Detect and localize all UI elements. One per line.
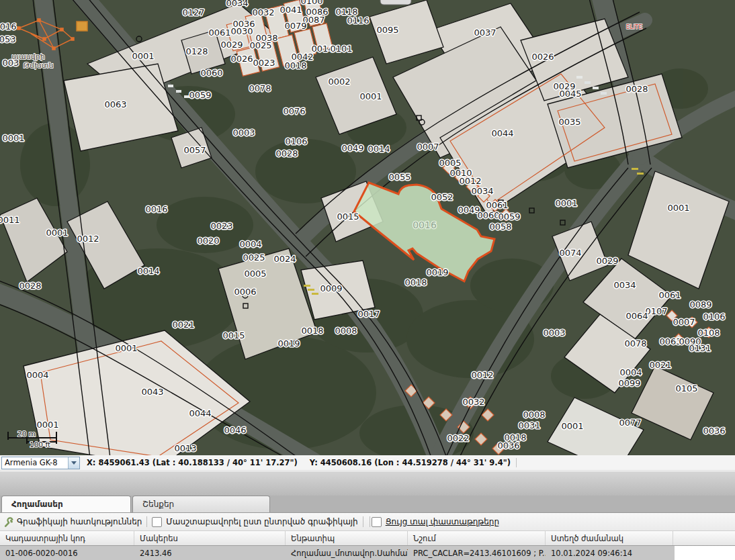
parcel-label: 0022 [447, 433, 469, 443]
table-cell: 2413.46 [134, 546, 286, 560]
parcel-label: 0016 [145, 204, 167, 214]
parcel-label: 0018 [284, 60, 306, 71]
bottom-tabs: ՀողամասերՇենքեր [0, 496, 735, 513]
parcel-label: 0030 [230, 26, 253, 36]
tab-parcels[interactable]: Հողամասեր [1, 496, 131, 512]
parcels-table: Կադաստրային կոդՄակերեսԵնթատիպՆշումՍտեղծ … [0, 531, 735, 560]
parcel-label: 0078 [624, 338, 646, 348]
parcel-label: 0035 [558, 117, 580, 127]
parcel-label: 0106 [285, 136, 307, 146]
parcel-label: 0057 [183, 145, 206, 155]
parcel-label: 0034 [471, 186, 493, 196]
parcel-label: 0018 [404, 277, 427, 287]
parcel-label: 0009 [320, 283, 342, 293]
parcel-label: 0058 [489, 222, 511, 232]
y-label: Y: [310, 458, 318, 467]
projection-select[interactable]: Armenia GK-8 [1, 457, 80, 469]
parcel-label: 0100 [300, 0, 322, 6]
table-row[interactable]: 01-006-0020-00162413.46Հողամաս_մոտավոր.Ս… [0, 546, 675, 560]
parcel-label: 0023 [253, 58, 275, 68]
parcel-label: 0061 [658, 290, 681, 300]
column-header[interactable]: Ենթատիպ [286, 531, 408, 545]
parcel-label: 0004 [239, 239, 261, 249]
wrench-icon [4, 517, 14, 527]
parcel-label: 0128 [185, 46, 208, 56]
column-header[interactable]: Մակերես [134, 531, 286, 545]
parcel-label: 0028 [19, 281, 41, 291]
graphics-properties-button[interactable]: Գրաֆիկայի հատկություններ [17, 517, 142, 526]
parcel-label: 0045 [559, 89, 581, 99]
parcel-label: 0001 [46, 228, 68, 238]
y-value: 4450608.16 (Lon : 44.519278 / 44° 31' 9.… [320, 458, 511, 467]
parcel-label: 0001 [2, 133, 24, 143]
show-documents-checkbox[interactable] [372, 517, 382, 527]
parcel-label: 0019 [277, 338, 300, 348]
parcel-label: 0029 [596, 256, 618, 266]
zoom-to-selected-checkbox[interactable] [152, 517, 162, 527]
parcel-label: 0004 [619, 367, 642, 377]
scale-metric: 20 m [17, 430, 36, 438]
parcel-label: 0012 [459, 176, 481, 186]
parcel-label: 0020 [197, 236, 219, 246]
parcel-label: 0095 [376, 25, 398, 35]
parcel-label: 0004 [26, 370, 48, 380]
parcel-label: 0001 [132, 51, 154, 61]
gis-application: 00160053պասվրի003Թմխտն000101270034003200… [0, 0, 735, 560]
parcel-label: 0003 [232, 128, 255, 138]
column-header[interactable]: Կադաստրային կոդ [0, 531, 134, 545]
parcel-label: ELITE [626, 24, 643, 30]
parcel-label: 0059 [498, 212, 520, 222]
parcel-label: 0024 [273, 254, 296, 264]
map-top-widget[interactable] [380, 0, 411, 5]
parcel-label: 0032 [252, 7, 274, 17]
parcel-label: 0016 [413, 220, 437, 230]
parcel-label: 0012 [471, 370, 493, 380]
parcel-label: 0074 [559, 248, 581, 258]
parcel-label: 0005 [244, 269, 266, 279]
column-header-filler [673, 531, 735, 545]
column-header[interactable]: Ստեղծ ժամանակ [546, 531, 673, 545]
parcel-label: 0007 [417, 142, 439, 152]
parcel-label: 0013 [174, 443, 196, 453]
parcel-label: 0046 [224, 425, 246, 435]
parcel-label: 0023 [210, 221, 232, 231]
parcel-label: 0025 [249, 40, 271, 50]
parcel-label: 0006 [234, 287, 256, 297]
map-viewport[interactable]: 00160053պասվրի003Թմխտն000101270034003200… [0, 0, 735, 455]
parcel-label: 0044 [189, 408, 211, 418]
show-documents-label[interactable]: Ցույց տալ փաստաթղթերը [386, 517, 499, 526]
panel-splitter[interactable] [0, 471, 735, 496]
parcel-label: 003 [3, 58, 19, 68]
column-header[interactable]: Նշում [408, 531, 546, 545]
zoom-to-selected-label[interactable]: Մասշտաբավորել ըստ ընտրված գրաֆիկայի [166, 517, 357, 526]
parcel-label: 0064 [625, 311, 648, 321]
parcel-label: 0005 [439, 158, 461, 168]
parcel-label: 0044 [491, 128, 513, 138]
parcel-label: 0036 [703, 426, 725, 436]
parcel-label: 0011 [0, 215, 20, 225]
x-label: X: [87, 458, 95, 467]
parcel-label: 0032 [462, 397, 484, 407]
parcel-label: 0014 [368, 144, 390, 154]
parcel-label: 0002 [328, 77, 350, 87]
parcel-label: 0099 [618, 378, 640, 388]
parcel-label: 0049 [341, 143, 363, 153]
parcel-label: 0014 [137, 266, 159, 276]
parcel-label: 0025 [243, 252, 265, 263]
parcel-label: 0127 [182, 7, 204, 17]
parcel-label: 0003 [543, 328, 565, 338]
parcel-label: 0131 [689, 343, 711, 353]
table-cell: PRC_CACLAR=2413.46101609 ; P... [408, 546, 546, 560]
toolbar-separator [370, 516, 370, 527]
tab-buildings[interactable]: Շենքեր [132, 496, 270, 512]
parcel-label: 0017 [357, 309, 380, 319]
parcel-label: 0026 [531, 52, 554, 62]
parcel-label: 0018 [301, 326, 323, 336]
coordinates-readout: X: 8459061.43 (Lat : 40.188133 / 40° 11'… [87, 458, 511, 467]
parcel-label: 0076 [283, 106, 305, 116]
parcel-label: 0028 [275, 148, 298, 158]
parcel-label: 0043 [141, 387, 163, 397]
parcel-label: 0016 [0, 21, 17, 32]
parcel-label: 0001 [561, 421, 583, 431]
chevron-down-icon[interactable] [68, 457, 79, 469]
